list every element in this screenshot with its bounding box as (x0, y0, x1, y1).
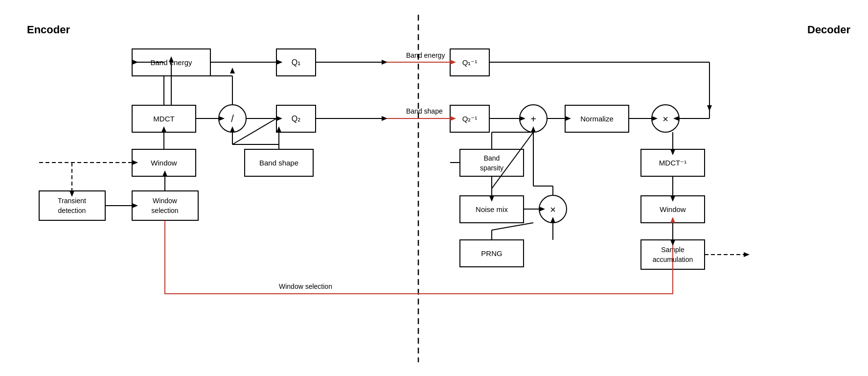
band-energy-channel-label: Band energy (406, 51, 445, 59)
window-selection-block (132, 191, 198, 220)
prng-to-mult-diag (492, 223, 533, 230)
mdct-inv-label: MDCT⁻¹ (659, 159, 686, 167)
window-selection-label1: Window (153, 197, 178, 205)
prng-label: PRNG (481, 249, 502, 258)
band-shape-label: Band shape (259, 159, 298, 167)
fork-to-divide-head (230, 68, 235, 73)
q2-inv-label: Q₂⁻¹ (462, 115, 478, 123)
window-decoder-label: Window (660, 205, 686, 213)
q1-label: Q₁ (292, 58, 300, 67)
noise-mix-label: Noise mix (476, 205, 508, 213)
multiply-right-label: × (662, 114, 668, 124)
window-selection-channel-label: Window selection (279, 282, 332, 290)
band-sparsity-label2: sparsity (480, 164, 503, 172)
transient-detection-label2: detection (58, 207, 86, 214)
band-sparsity-label1: Band (484, 154, 500, 162)
plus-label: + (530, 114, 536, 124)
window-encoder-label: Window (151, 159, 177, 167)
transient-detection-label1: Transient (58, 197, 86, 205)
band-shape-channel-label: Band shape (406, 107, 443, 115)
encoder-title: Encoder (27, 24, 70, 36)
mdct-encoder-label: MDCT (153, 115, 174, 123)
band-sparsity-block (460, 149, 524, 176)
normalize-label: Normalize (580, 115, 614, 123)
window-selection-label2: selection (151, 207, 178, 214)
output-arrow-head (744, 252, 750, 257)
divide-label: / (231, 113, 234, 124)
diagram-container: Encoder Decoder Band energy MDCT Window … (0, 0, 868, 376)
q1-inv-label: Q₁⁻¹ (462, 58, 478, 67)
multiply-noise-label: × (550, 204, 556, 215)
decoder-title: Decoder (807, 24, 850, 36)
q2-label: Q₂ (292, 115, 300, 123)
